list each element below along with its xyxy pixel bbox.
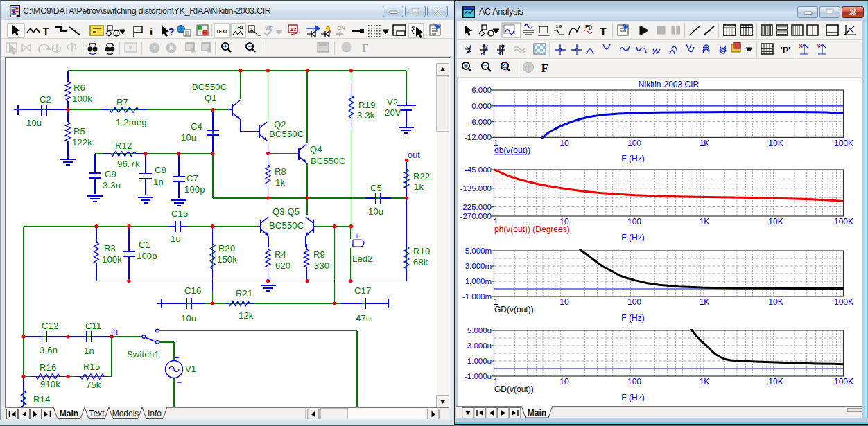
svg-text:F (Hz): F (Hz) (621, 233, 644, 242)
svg-text:10u: 10u (181, 313, 196, 323)
svg-text:100K: 100K (834, 139, 853, 148)
svg-text:R8: R8 (275, 166, 286, 177)
svg-text:10u: 10u (26, 118, 42, 128)
svg-text:10K: 10K (768, 297, 783, 307)
svg-text:68k: 68k (413, 257, 428, 267)
svg-text:Info: Info (148, 409, 162, 418)
svg-text:out: out (408, 150, 420, 160)
svg-text:R16: R16 (40, 362, 56, 373)
svg-text:R22: R22 (413, 171, 430, 181)
svg-text:Models: Models (112, 409, 139, 418)
svg-text:R19: R19 (358, 100, 375, 110)
svg-text:V1: V1 (185, 364, 196, 374)
svg-text:1K: 1K (700, 139, 710, 148)
svg-text:20V: 20V (385, 107, 401, 118)
svg-text:C5: C5 (370, 183, 382, 193)
svg-text:R4: R4 (275, 249, 286, 260)
svg-text:100p: 100p (137, 251, 157, 261)
svg-text:3.6n: 3.6n (40, 345, 58, 355)
svg-text:3.3n: 3.3n (103, 180, 121, 190)
svg-text:96.7k: 96.7k (117, 159, 140, 169)
svg-text:BC550C: BC550C (192, 82, 227, 92)
svg-text:1u: 1u (171, 233, 181, 244)
svg-text:620: 620 (275, 260, 290, 271)
svg-text:3.000u: 3.000u (467, 341, 492, 350)
svg-text:R3: R3 (104, 243, 116, 254)
svg-text:F (Hz): F (Hz) (621, 393, 644, 402)
svg-text:C12: C12 (42, 321, 58, 331)
svg-text:R7: R7 (116, 97, 128, 107)
svg-text:Text: Text (89, 409, 105, 418)
svg-text:3.3k: 3.3k (357, 110, 375, 121)
svg-text:10K: 10K (768, 217, 783, 227)
svg-text:R12: R12 (115, 141, 132, 151)
svg-text:C15: C15 (171, 208, 188, 219)
svg-text:1K: 1K (700, 377, 710, 387)
svg-text:BC550C: BC550C (311, 156, 345, 166)
svg-text:'P': 'P' (781, 45, 791, 55)
svg-text:F: F (541, 62, 548, 75)
svg-text:75k: 75k (86, 380, 101, 390)
svg-text:C8: C8 (155, 165, 166, 175)
svg-text:db(v(out)): db(v(out)) (494, 145, 530, 155)
svg-text:F (Hz): F (Hz) (621, 154, 644, 163)
svg-text:-6.000: -6.000 (469, 118, 492, 126)
svg-text:910k: 910k (40, 379, 60, 389)
svg-text:R5: R5 (73, 126, 85, 136)
svg-text:0.000: 0.000 (471, 102, 492, 110)
svg-text:F(): F() (585, 24, 593, 30)
svg-text:GD(v(out)): GD(v(out)) (494, 305, 534, 314)
svg-text:47u: 47u (356, 313, 371, 323)
svg-text:100: 100 (627, 217, 641, 227)
svg-text:Led2: Led2 (352, 254, 373, 264)
svg-text:R9: R9 (313, 249, 325, 260)
svg-text:1K: 1K (700, 217, 710, 227)
svg-text:Q2: Q2 (274, 119, 286, 130)
svg-text:122k: 122k (72, 137, 92, 148)
svg-text:5.000m: 5.000m (465, 247, 492, 255)
svg-text:10u: 10u (181, 132, 196, 143)
svg-text:100: 100 (627, 297, 641, 307)
svg-text:R6: R6 (73, 82, 85, 93)
svg-text:1k: 1k (414, 181, 424, 192)
svg-text:C2: C2 (40, 94, 51, 105)
svg-text:Main: Main (528, 408, 546, 418)
svg-text:-225.000: -225.000 (460, 203, 492, 211)
svg-text:−: − (177, 378, 182, 387)
svg-text:1k: 1k (275, 177, 285, 188)
svg-text:V2: V2 (387, 97, 398, 107)
svg-text:100: 100 (627, 139, 641, 148)
svg-text:R14: R14 (33, 394, 50, 405)
svg-text:1K: 1K (700, 297, 710, 307)
svg-text:100k: 100k (102, 254, 122, 265)
svg-text:-135.000: -135.000 (460, 184, 492, 193)
svg-text:C16: C16 (184, 285, 201, 296)
svg-text:-270.000: -270.000 (460, 212, 492, 220)
svg-text:-12.000: -12.000 (465, 133, 492, 141)
svg-text:Switch1: Switch1 (127, 349, 159, 360)
svg-text:100p: 100p (184, 184, 205, 195)
svg-text:in: in (111, 327, 118, 337)
svg-text:F (Hz): F (Hz) (621, 313, 644, 323)
svg-text:Nikitin-2003.CIR: Nikitin-2003.CIR (639, 80, 700, 89)
svg-text:100K: 100K (834, 377, 853, 387)
svg-text:BC550C: BC550C (269, 220, 304, 231)
svg-text:1.000m: 1.000m (465, 277, 492, 285)
svg-text:GD(v(out)): GD(v(out)) (494, 384, 534, 394)
svg-text:-1.000m: -1.000m (462, 292, 492, 301)
svg-text:100: 100 (627, 377, 641, 387)
svg-text:1n: 1n (84, 346, 94, 356)
svg-text:10K: 10K (768, 377, 783, 387)
svg-text:C17: C17 (354, 285, 371, 296)
svg-text:12k: 12k (238, 310, 254, 321)
svg-text:-45.000: -45.000 (465, 166, 492, 174)
svg-text:10: 10 (559, 297, 569, 307)
svg-text:T: T (600, 25, 606, 37)
svg-text:5.000u: 5.000u (467, 326, 492, 335)
svg-text:C11: C11 (85, 321, 101, 331)
svg-text:330: 330 (314, 260, 329, 271)
svg-text:Q4: Q4 (310, 144, 322, 154)
svg-text:R21: R21 (236, 288, 252, 299)
svg-text:-1.000u: -1.000u (465, 372, 492, 380)
svg-text:R20: R20 (218, 243, 235, 254)
